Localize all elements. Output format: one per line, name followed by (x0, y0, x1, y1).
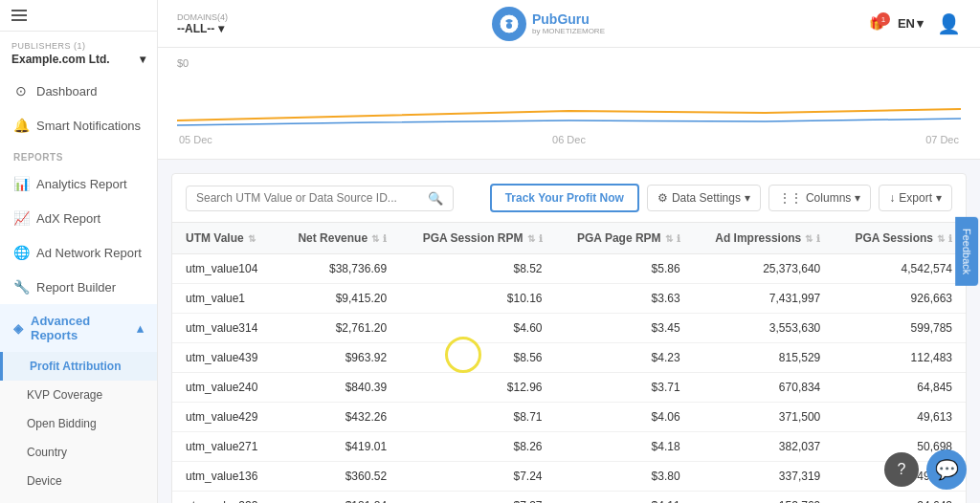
domains-value[interactable]: --ALL-- ▾ (177, 22, 228, 35)
sidebar-sub-item-creative-size[interactable]: Creative Size (0, 495, 157, 503)
user-profile-button[interactable]: 👤 (937, 12, 961, 35)
cell-utm: utm_value429 (172, 403, 278, 432)
cell-utm: utm_value314 (172, 314, 278, 343)
sidebar-sub-item-device[interactable]: Device (0, 467, 157, 495)
sidebar-item-dashboard[interactable]: ⊙ Dashboard (0, 74, 157, 108)
table-row: utm_value314 $2,761.20 $4.60 $3.45 3,553… (172, 314, 966, 343)
cell-utm: utm_value240 (172, 373, 278, 403)
chevron-down-icon: ▾ (140, 53, 145, 66)
sort-icon[interactable]: ⇅ (805, 233, 813, 244)
chart-x-label-2: 06 Dec (552, 134, 586, 145)
cell-utm: utm_value136 (172, 462, 278, 492)
table-body: utm_value104 $38,736.69 $8.52 $5.86 25,3… (172, 254, 966, 504)
sort-icon[interactable]: ⇅ (248, 233, 256, 244)
col-pga-page-rpm: PGA Page RPM ⇅ ℹ (556, 223, 694, 254)
top-nav: DOMAINS(4) --ALL-- ▾ PubGuru by MONETIZE… (158, 0, 980, 48)
sidebar-item-advanced-reports[interactable]: ◈ Advanced Reports ▴ (0, 304, 157, 352)
cell-pga-session-rpm: $8.71 (400, 403, 555, 432)
main-area: DOMAINS(4) --ALL-- ▾ PubGuru by MONETIZE… (158, 0, 980, 503)
col-net-revenue: Net Revenue ⇅ ℹ (278, 223, 400, 254)
pubguru-logo: PubGuru by MONETIZEMORE (492, 7, 605, 41)
info-icon[interactable]: ℹ (948, 233, 952, 244)
sidebar-sub-item-kvp-coverage[interactable]: KVP Coverage (0, 381, 157, 409)
table-row: utm_value136 $360.52 $7.24 $3.80 337,319… (172, 462, 966, 492)
hamburger-menu[interactable] (11, 10, 27, 21)
sort-icon[interactable]: ⇅ (371, 233, 379, 244)
export-button[interactable]: ↓ Export ▾ (879, 185, 952, 211)
table-row: utm_value222 $181.84 $7.37 $4.11 152,769… (172, 492, 966, 504)
columns-button[interactable]: ⋮⋮ Columns ▾ (768, 185, 871, 211)
cell-ad-impressions: 3,553,630 (694, 314, 835, 343)
cell-pga-page-rpm: $3.71 (556, 373, 694, 403)
cell-pga-session-rpm: $7.24 (400, 462, 555, 492)
search-box[interactable]: 🔍 (186, 186, 454, 211)
cell-net-revenue: $181.84 (278, 492, 400, 504)
cell-net-revenue: $360.52 (278, 462, 400, 492)
track-profit-button[interactable]: Track Your Profit Now (490, 184, 639, 212)
cell-utm: utm_value104 (172, 254, 278, 284)
cell-ad-impressions: 337,319 (694, 462, 835, 492)
sidebar-item-smart-notifications[interactable]: 🔔 Smart Notifications (0, 108, 157, 142)
help-button[interactable]: ? (884, 452, 919, 487)
cell-pga-session-rpm: $8.52 (400, 254, 555, 284)
chart-svg (177, 73, 961, 130)
sidebar-item-label: AdX Report (36, 211, 100, 226)
sidebar-sub-item-open-bidding[interactable]: Open Bidding (0, 409, 157, 438)
table-row: utm_value104 $38,736.69 $8.52 $5.86 25,3… (172, 254, 966, 284)
info-icon[interactable]: ℹ (816, 233, 820, 244)
network-icon: 🌐 (13, 245, 29, 260)
publisher-name: Example.com Ltd. (11, 53, 110, 66)
cell-pga-page-rpm: $4.23 (556, 343, 694, 373)
data-table: UTM Value ⇅ Net Revenue ⇅ ℹ (172, 223, 966, 503)
chart-x-label-3: 07 Dec (925, 134, 959, 145)
sort-icon[interactable]: ⇅ (937, 233, 945, 244)
dashboard-icon: ⊙ (13, 83, 29, 98)
publisher-dropdown[interactable]: Example.com Ltd. ▾ (11, 53, 145, 66)
sort-icon[interactable]: ⇅ (527, 233, 535, 244)
data-settings-button[interactable]: ⚙ Data Settings ▾ (647, 185, 761, 211)
sidebar-item-adx-report[interactable]: 📈 AdX Report (0, 201, 157, 235)
cell-pga-sessions: 599,785 (834, 314, 966, 343)
domains-dropdown[interactable]: DOMAINS(4) --ALL-- ▾ (177, 12, 228, 35)
cell-net-revenue: $2,761.20 (278, 314, 400, 343)
cell-pga-sessions: 49,613 (834, 403, 966, 432)
chart-x-label-1: 05 Dec (179, 134, 212, 145)
cell-pga-page-rpm: $5.86 (556, 254, 694, 284)
info-icon[interactable]: ℹ (383, 233, 387, 244)
chat-button[interactable]: 💬 (926, 449, 967, 490)
bell-icon: 🔔 (13, 118, 29, 133)
sort-icon[interactable]: ⇅ (665, 233, 673, 244)
info-icon[interactable]: ℹ (677, 233, 680, 244)
cell-pga-sessions: 4,542,574 (834, 254, 966, 284)
cell-pga-sessions: 64,845 (834, 373, 966, 403)
chevron-down-icon: ▾ (936, 191, 942, 205)
cell-ad-impressions: 815,529 (694, 343, 835, 373)
cell-ad-impressions: 371,500 (694, 403, 835, 432)
language-selector[interactable]: EN ▾ (898, 16, 924, 31)
chevron-up-icon: ▴ (137, 321, 144, 336)
chart-section: $0 05 Dec 06 Dec 07 Dec (158, 48, 980, 160)
sidebar-item-label: Analytics Report (36, 177, 127, 191)
info-icon[interactable]: ℹ (539, 233, 543, 244)
publishers-label: PUBLISHERS (1) (11, 41, 145, 51)
cell-net-revenue: $38,736.69 (278, 254, 400, 284)
sidebar-sub-item-country[interactable]: Country (0, 438, 157, 467)
col-utm: UTM Value ⇅ (172, 223, 278, 254)
advanced-reports-submenu: Profit Attribution KVP Coverage Open Bid… (0, 352, 157, 503)
feedback-button[interactable]: Feedback (955, 217, 978, 286)
table-row: utm_value439 $963.92 $8.56 $4.23 815,529… (172, 343, 966, 373)
sidebar-item-report-builder[interactable]: 🔧 Report Builder (0, 270, 157, 304)
reports-section-label: REPORTS (0, 142, 157, 166)
publisher-section: PUBLISHERS (1) Example.com Ltd. ▾ (0, 32, 157, 74)
cell-ad-impressions: 25,373,640 (694, 254, 835, 284)
gift-button[interactable]: 🎁 1 (869, 16, 884, 31)
chevron-down-icon: ▾ (917, 16, 924, 31)
chart-x-labels: 05 Dec 06 Dec 07 Dec (177, 134, 961, 145)
search-input[interactable] (196, 191, 424, 205)
export-icon: ↓ (889, 191, 895, 205)
cell-pga-page-rpm: $4.06 (556, 403, 694, 432)
sidebar-item-ad-network-report[interactable]: 🌐 Ad Network Report (0, 235, 157, 270)
sidebar-sub-item-profit-attribution[interactable]: Profit Attribution (0, 352, 157, 381)
analytics-icon: 📊 (13, 176, 29, 191)
sidebar-item-analytics-report[interactable]: 📊 Analytics Report (0, 166, 157, 201)
